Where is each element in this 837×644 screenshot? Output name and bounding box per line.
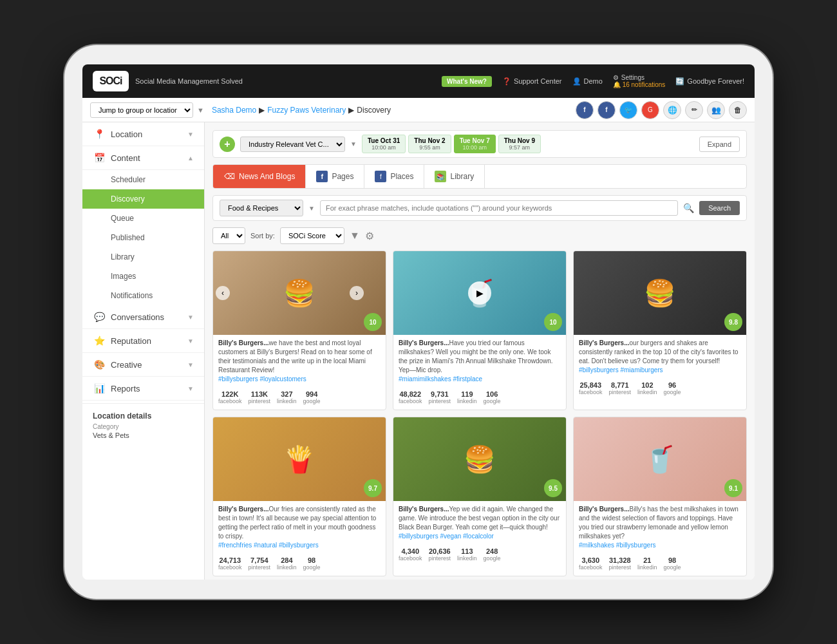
card-5-text-bold: Billy's Burgers...	[399, 506, 449, 513]
card-1-stats: 122K facebook 113K pinterest 327 linkedi…	[213, 388, 386, 410]
sidebar: 📍 Location ▼ 📅 Content ▲ Scheduler Disco…	[82, 122, 205, 580]
calendar-icon: 📅	[93, 153, 106, 163]
sidebar-sub-scheduler[interactable]: Scheduler	[82, 170, 204, 189]
sidebar-sub-queue[interactable]: Queue	[82, 209, 204, 228]
sidebar-label-discovery: Discovery	[111, 194, 145, 204]
filter-label-sort-by: Sort by:	[250, 232, 275, 240]
search-input[interactable]	[320, 200, 678, 216]
card-2-text-bold: Billy's Burgers...	[399, 339, 449, 346]
sidebar-label-published: Published	[111, 233, 145, 242]
sort-select[interactable]: SOCi Score	[280, 227, 344, 244]
category-select[interactable]: Food & Recipes	[220, 200, 303, 216]
card-1-stat-pinterest: 113K pinterest	[249, 390, 271, 404]
content-card-3: 🍔 9.8 Billy's Burgers...our burgers and …	[573, 251, 747, 410]
sidebar-label-reports: Reports	[111, 384, 140, 393]
card-5-image: 🍔 9.5	[393, 417, 566, 501]
card-6-image: 🥤 9.1	[574, 417, 746, 501]
card-2-play-button[interactable]: ▶	[468, 281, 491, 305]
jump-select[interactable]: Jump to group or location	[90, 102, 193, 118]
dropdown-arrow-industry: ▼	[350, 140, 357, 147]
tab-news-blogs-label: News And Blogs	[239, 172, 295, 181]
card-4-stats: 24,713 facebook 7,754 pinterest 284 link…	[213, 554, 386, 576]
demo-user-link[interactable]: 👤 Demo	[572, 77, 603, 86]
card-5-stat-pinterest: 20,636 pinterest	[429, 547, 451, 562]
search-bar: Food & Recipes ▼ 🔍 Search	[212, 195, 747, 221]
breadcrumb-level1[interactable]: Sasha Demo	[212, 106, 256, 115]
tab-places-label: Places	[390, 172, 413, 181]
card-1-stat-linkedin: 327 linkedin	[277, 390, 297, 404]
card-3-stats: 25,843 facebook 8,771 pinterest 102 link…	[574, 379, 746, 401]
card-4-hashtags: #frenchfries #natural #billysburgers	[218, 542, 319, 549]
sidebar-item-location[interactable]: 📍 Location ▼	[82, 122, 204, 146]
notifications-count[interactable]: 🔔 16 notifications	[613, 81, 666, 88]
card-4-stat-linkedin: 284 linkedin	[277, 556, 297, 571]
card-1-next-button[interactable]: ›	[350, 286, 364, 300]
main-layout: 📍 Location ▼ 📅 Content ▲ Scheduler Disco…	[82, 122, 755, 580]
card-1-text: Billy's Burgers...we have the best and m…	[213, 335, 386, 388]
add-schedule-button[interactable]: +	[220, 137, 235, 152]
logout-icon: 🔄	[675, 77, 684, 86]
date-tab-1[interactable]: Tue Oct 31 10:00 am	[362, 135, 406, 153]
card-2-stat-google: 106 google	[484, 390, 501, 404]
edit-icon[interactable]: ✏	[685, 101, 703, 119]
nav-bar: Jump to group or location ▼ Sasha Demo ▶…	[82, 98, 755, 122]
tab-pages[interactable]: f Pages	[306, 165, 364, 188]
industry-select[interactable]: Industry Relevant Vet C...	[240, 137, 345, 152]
breadcrumb-level2[interactable]: Fuzzy Paws Veterinary	[267, 106, 346, 115]
card-5-text: Billy's Burgers...Yep we did it again. W…	[393, 501, 566, 545]
card-1-stat-facebook: 122K facebook	[218, 390, 242, 404]
sidebar-item-content[interactable]: 📅 Content ▲	[82, 146, 204, 170]
fb-icon-2[interactable]: f	[597, 101, 616, 119]
breadcrumb-level3: Discovery	[357, 106, 391, 115]
search-button[interactable]: Search	[699, 201, 740, 215]
funnel-filter-icon[interactable]: ⚙	[365, 230, 374, 242]
chevron-down-icon-creative: ▼	[187, 361, 194, 368]
whats-new-button[interactable]: What's New?	[442, 76, 492, 87]
card-3-stat-linkedin: 102 linkedin	[637, 381, 657, 395]
settings-link[interactable]: ⚙ Settings	[613, 74, 666, 81]
card-5-hashtags: #billysburgers #vegan #localcolor	[399, 533, 494, 540]
sidebar-item-conversations[interactable]: 💬 Conversations ▼	[82, 305, 204, 329]
sidebar-item-reports[interactable]: 📊 Reports ▼	[82, 377, 204, 401]
content-grid: 🍔 ‹ › 10 Billy's Burgers...we have the b…	[212, 251, 747, 576]
chevron-down-icon-conversations: ▼	[187, 314, 194, 321]
tab-library[interactable]: 📚 Library	[424, 165, 485, 188]
sidebar-item-reputation[interactable]: ⭐ Reputation ▼	[82, 329, 204, 353]
card-4-stat-google: 98 google	[303, 556, 321, 571]
sidebar-sub-notifications[interactable]: Notifications	[82, 286, 204, 305]
content-card-1: 🍔 ‹ › 10 Billy's Burgers...we have the b…	[212, 251, 386, 410]
all-filter-select[interactable]: All	[212, 227, 245, 244]
card-3-image: 🍔 9.8	[574, 251, 746, 335]
sidebar-sub-published[interactable]: Published	[82, 228, 204, 247]
date-tab-4[interactable]: Thu Nov 9 9:57 am	[498, 135, 541, 153]
card-3-score: 9.8	[724, 313, 742, 331]
date-tab-3[interactable]: Tue Nov 7 10:00 am	[454, 135, 496, 153]
card-1-score: 10	[364, 313, 382, 331]
date-tab-2[interactable]: Thu Nov 2 9:55 am	[408, 135, 451, 153]
tab-places[interactable]: f Places	[364, 165, 424, 188]
people-icon[interactable]: 👥	[707, 101, 725, 119]
sidebar-label-reputation: Reputation	[111, 336, 151, 346]
delete-icon[interactable]: 🗑	[729, 101, 747, 119]
top-bar: SOCi Social Media Management Solved What…	[82, 64, 755, 98]
breadcrumb: Sasha Demo ▶ Fuzzy Paws Veterinary ▶ Dis…	[212, 106, 391, 115]
expand-button[interactable]: Expand	[699, 137, 740, 152]
google-icon[interactable]: G	[641, 101, 659, 119]
sidebar-sub-discovery[interactable]: Discovery	[82, 189, 204, 209]
filter-icon[interactable]: ▼	[350, 230, 360, 242]
sidebar-sub-library[interactable]: Library	[82, 247, 204, 267]
sidebar-item-creative[interactable]: 🎨 Creative ▼	[82, 353, 204, 377]
network-icon[interactable]: 🌐	[663, 101, 681, 119]
facebook-pages-icon: f	[316, 171, 328, 182]
tab-news-blogs[interactable]: ⌫ News And Blogs	[213, 165, 306, 188]
twitter-icon[interactable]: 🐦	[619, 101, 637, 119]
card-6-text: Billy's Burgers...Billy's has the best m…	[574, 501, 746, 554]
card-1-prev-button[interactable]: ‹	[216, 286, 230, 300]
card-1-hashtags: #billysburgers #loyalcustomers	[218, 375, 306, 383]
card-2-stat-pinterest: 9,731 pinterest	[429, 390, 451, 404]
location-category-label: Category	[93, 423, 194, 430]
support-center-link[interactable]: ❓ Support Center	[502, 77, 562, 86]
logout-link[interactable]: 🔄 Goodbye Forever!	[675, 77, 744, 86]
fb-icon-1[interactable]: f	[576, 101, 594, 119]
sidebar-sub-images[interactable]: Images	[82, 267, 204, 286]
